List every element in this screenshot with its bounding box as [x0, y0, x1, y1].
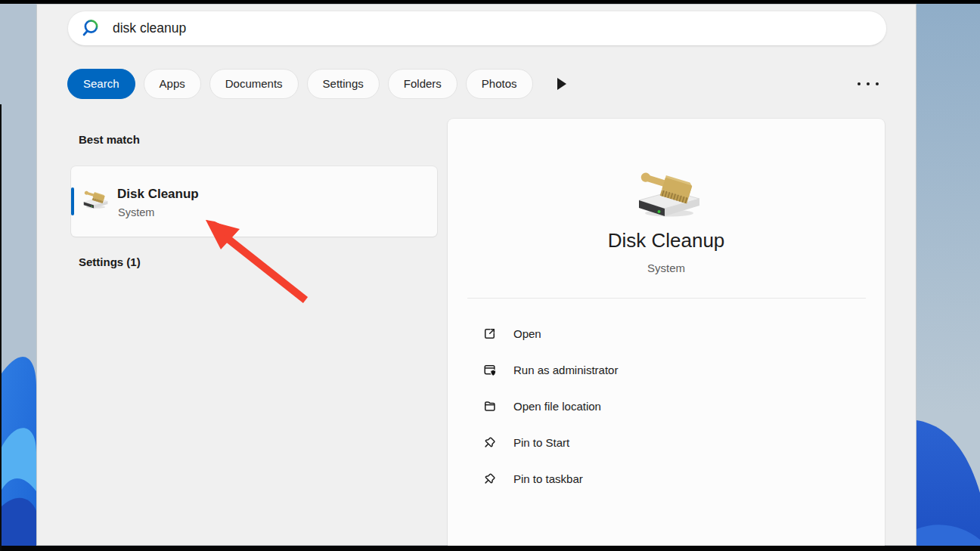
action-label: Run as administrator: [513, 364, 618, 376]
action-pin-to-start[interactable]: Pin to Start: [448, 424, 885, 460]
ellipsis-menu-icon[interactable]: [858, 76, 879, 91]
action-open[interactable]: Open: [448, 315, 885, 351]
selection-accent-bar: [71, 187, 74, 215]
action-label: Pin to taskbar: [513, 472, 583, 485]
action-list: Open Run as administrator Open file loca…: [448, 315, 885, 497]
pin-icon: [482, 435, 498, 450]
tab-folders[interactable]: Folders: [388, 69, 457, 99]
action-label: Pin to Start: [513, 436, 569, 449]
action-pin-to-taskbar[interactable]: Pin to taskbar: [448, 460, 885, 497]
preview-title: Disk Cleanup: [608, 229, 725, 252]
best-match-result[interactable]: Disk Cleanup System: [71, 166, 437, 237]
tab-search[interactable]: Search: [67, 69, 135, 99]
pin-icon: [482, 471, 498, 487]
best-match-heading: Best match: [79, 133, 140, 146]
action-run-as-administrator[interactable]: Run as administrator: [448, 351, 885, 388]
search-icon: [81, 18, 101, 39]
settings-group-heading: Settings (1): [79, 255, 141, 268]
search-box[interactable]: [67, 11, 887, 46]
action-open-file-location[interactable]: Open file location: [448, 388, 885, 424]
tab-settings[interactable]: Settings: [307, 69, 380, 99]
divider: [467, 298, 866, 299]
tab-photos[interactable]: Photos: [466, 69, 533, 99]
windows-search-panel: Search Apps Documents Settings Folders P…: [36, 4, 916, 546]
result-title: Disk Cleanup: [117, 187, 199, 202]
tab-apps[interactable]: Apps: [144, 69, 201, 99]
preview-subtitle: System: [647, 262, 685, 274]
run-as-administrator-icon: [482, 362, 498, 378]
screen-edge-left: [0, 104, 2, 551]
disk-cleanup-icon: [630, 170, 702, 218]
search-filter-tabs: Search Apps Documents Settings Folders P…: [67, 68, 566, 99]
folder-icon: [482, 398, 498, 414]
tab-documents[interactable]: Documents: [209, 69, 299, 99]
desktop-wallpaper-right: [916, 0, 980, 551]
result-preview-pane: Disk Cleanup System Open Run as administ…: [448, 119, 885, 546]
open-icon: [482, 326, 498, 342]
disk-cleanup-icon: [80, 190, 109, 209]
more-filters-play-icon[interactable]: [557, 78, 566, 90]
result-subtitle: System: [118, 206, 154, 218]
action-label: Open: [513, 327, 541, 340]
action-label: Open file location: [513, 400, 601, 413]
screen-edge-top: [0, 0, 980, 4]
taskbar-edge: [0, 546, 980, 551]
search-input[interactable]: [113, 17, 886, 40]
desktop-wallpaper-left: [0, 0, 36, 551]
